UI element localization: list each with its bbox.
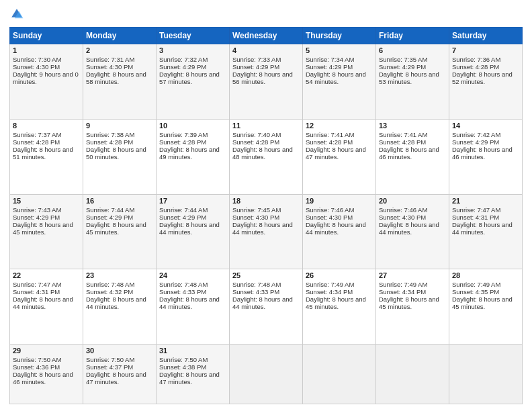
sunrise-text: Sunrise: 7:43 AM [13, 206, 80, 214]
sunset-text: Sunset: 4:31 PM [452, 214, 519, 221]
calendar-week-4: 22Sunrise: 7:47 AMSunset: 4:31 PMDayligh… [10, 269, 523, 345]
calendar-cell: 2Sunrise: 7:31 AMSunset: 4:30 PMDaylight… [83, 44, 157, 120]
day-number: 2 [86, 46, 153, 54]
calendar-cell: 9Sunrise: 7:38 AMSunset: 4:28 PMDaylight… [83, 119, 157, 194]
sunset-text: Sunset: 4:29 PM [159, 63, 226, 71]
day-number: 28 [452, 271, 519, 279]
sunrise-text: Sunrise: 7:46 AM [306, 206, 373, 214]
day-number: 15 [13, 197, 80, 205]
day-number: 10 [159, 122, 226, 130]
sunset-text: Sunset: 4:29 PM [379, 63, 446, 71]
calendar-cell: 6Sunrise: 7:35 AMSunset: 4:29 PMDaylight… [376, 44, 449, 120]
calendar-cell: 30Sunrise: 7:50 AMSunset: 4:37 PMDayligh… [83, 345, 157, 404]
sunset-text: Sunset: 4:33 PM [159, 288, 226, 295]
sunset-text: Sunset: 4:29 PM [86, 214, 153, 221]
sunset-text: Sunset: 4:28 PM [159, 138, 226, 146]
calendar-cell: 19Sunrise: 7:46 AMSunset: 4:30 PMDayligh… [303, 194, 376, 269]
daylight-text: Daylight: 8 hours and 54 minutes. [306, 71, 373, 85]
daylight-text: Daylight: 8 hours and 56 minutes. [232, 71, 300, 85]
calendar-cell: 24Sunrise: 7:48 AMSunset: 4:33 PMDayligh… [157, 269, 230, 345]
day-number: 18 [232, 197, 300, 205]
calendar-cell: 5Sunrise: 7:34 AMSunset: 4:29 PMDaylight… [303, 44, 376, 120]
sunrise-text: Sunrise: 7:41 AM [379, 131, 446, 138]
daylight-text: Daylight: 8 hours and 47 minutes. [159, 371, 226, 385]
calendar-cell: 8Sunrise: 7:37 AMSunset: 4:28 PMDaylight… [10, 119, 83, 194]
logo [9, 7, 26, 21]
sunset-text: Sunset: 4:28 PM [86, 138, 153, 146]
daylight-text: Daylight: 8 hours and 44 minutes. [159, 221, 226, 236]
sunset-text: Sunset: 4:35 PM [452, 288, 519, 295]
logo-icon [9, 7, 24, 21]
day-number: 24 [159, 271, 226, 279]
calendar-cell: 3Sunrise: 7:32 AMSunset: 4:29 PMDaylight… [157, 44, 230, 120]
daylight-text: Daylight: 8 hours and 45 minutes. [379, 295, 446, 310]
sunrise-text: Sunrise: 7:39 AM [159, 131, 226, 138]
day-number: 19 [306, 197, 373, 205]
calendar-table: SundayMondayTuesdayWednesdayThursdayFrid… [9, 27, 523, 404]
sunrise-text: Sunrise: 7:41 AM [306, 131, 373, 138]
calendar-cell: 13Sunrise: 7:41 AMSunset: 4:28 PMDayligh… [376, 119, 449, 194]
daylight-text: Daylight: 8 hours and 45 minutes. [86, 221, 153, 236]
day-number: 21 [452, 197, 519, 205]
calendar-cell [303, 345, 376, 404]
day-number: 9 [86, 122, 153, 130]
calendar-cell: 12Sunrise: 7:41 AMSunset: 4:28 PMDayligh… [303, 119, 376, 194]
day-number: 27 [379, 271, 446, 279]
calendar-cell: 15Sunrise: 7:43 AMSunset: 4:29 PMDayligh… [10, 194, 83, 269]
sunset-text: Sunset: 4:29 PM [452, 138, 519, 146]
sunrise-text: Sunrise: 7:30 AM [13, 56, 80, 63]
day-number: 16 [86, 197, 153, 205]
calendar-cell: 1Sunrise: 7:30 AMSunset: 4:30 PMDaylight… [10, 44, 83, 120]
sunrise-text: Sunrise: 7:31 AM [86, 56, 153, 63]
day-number: 11 [232, 122, 300, 130]
sunrise-text: Sunrise: 7:48 AM [232, 281, 300, 288]
daylight-text: Daylight: 8 hours and 49 minutes. [159, 146, 226, 161]
sunset-text: Sunset: 4:37 PM [86, 363, 153, 371]
daylight-text: Daylight: 8 hours and 48 minutes. [232, 146, 300, 161]
day-number: 6 [379, 46, 446, 54]
sunrise-text: Sunrise: 7:47 AM [452, 206, 519, 214]
sunset-text: Sunset: 4:29 PM [159, 214, 226, 221]
sunset-text: Sunset: 4:28 PM [452, 63, 519, 71]
col-header-wednesday: Wednesday [230, 28, 303, 44]
page: SundayMondayTuesdayWednesdayThursdayFrid… [0, 0, 532, 411]
daylight-text: Daylight: 8 hours and 44 minutes. [232, 295, 300, 310]
sunset-text: Sunset: 4:34 PM [379, 288, 446, 295]
sunset-text: Sunset: 4:30 PM [232, 214, 300, 221]
day-number: 4 [232, 46, 300, 54]
calendar-cell: 21Sunrise: 7:47 AMSunset: 4:31 PMDayligh… [449, 194, 523, 269]
sunset-text: Sunset: 4:34 PM [306, 288, 373, 295]
daylight-text: Daylight: 8 hours and 44 minutes. [13, 295, 80, 310]
day-number: 5 [306, 46, 373, 54]
calendar-cell: 18Sunrise: 7:45 AMSunset: 4:30 PMDayligh… [230, 194, 303, 269]
sunrise-text: Sunrise: 7:46 AM [379, 206, 446, 214]
sunset-text: Sunset: 4:31 PM [13, 288, 80, 295]
col-header-monday: Monday [83, 28, 157, 44]
sunset-text: Sunset: 4:28 PM [379, 138, 446, 146]
calendar-week-3: 15Sunrise: 7:43 AMSunset: 4:29 PMDayligh… [10, 194, 523, 269]
daylight-text: Daylight: 9 hours and 0 minutes. [13, 71, 80, 85]
day-number: 25 [232, 271, 300, 279]
daylight-text: Daylight: 8 hours and 46 minutes. [379, 146, 446, 161]
sunrise-text: Sunrise: 7:35 AM [379, 56, 446, 63]
daylight-text: Daylight: 8 hours and 57 minutes. [159, 71, 226, 85]
sunset-text: Sunset: 4:28 PM [232, 138, 300, 146]
sunset-text: Sunset: 4:38 PM [159, 363, 226, 371]
daylight-text: Daylight: 8 hours and 45 minutes. [452, 295, 519, 310]
calendar-cell: 14Sunrise: 7:42 AMSunset: 4:29 PMDayligh… [449, 119, 523, 194]
sunrise-text: Sunrise: 7:34 AM [306, 56, 373, 63]
sunrise-text: Sunrise: 7:33 AM [232, 56, 300, 63]
day-number: 26 [306, 271, 373, 279]
sunset-text: Sunset: 4:32 PM [86, 288, 153, 295]
daylight-text: Daylight: 8 hours and 44 minutes. [86, 295, 153, 310]
calendar-week-2: 8Sunrise: 7:37 AMSunset: 4:28 PMDaylight… [10, 119, 523, 194]
sunset-text: Sunset: 4:29 PM [306, 63, 373, 71]
calendar-cell: 23Sunrise: 7:48 AMSunset: 4:32 PMDayligh… [83, 269, 157, 345]
daylight-text: Daylight: 8 hours and 53 minutes. [379, 71, 446, 85]
calendar-cell: 22Sunrise: 7:47 AMSunset: 4:31 PMDayligh… [10, 269, 83, 345]
calendar-cell: 29Sunrise: 7:50 AMSunset: 4:36 PMDayligh… [10, 345, 83, 404]
sunset-text: Sunset: 4:30 PM [86, 63, 153, 71]
sunset-text: Sunset: 4:28 PM [13, 138, 80, 146]
day-number: 13 [379, 122, 446, 130]
sunrise-text: Sunrise: 7:36 AM [452, 56, 519, 63]
